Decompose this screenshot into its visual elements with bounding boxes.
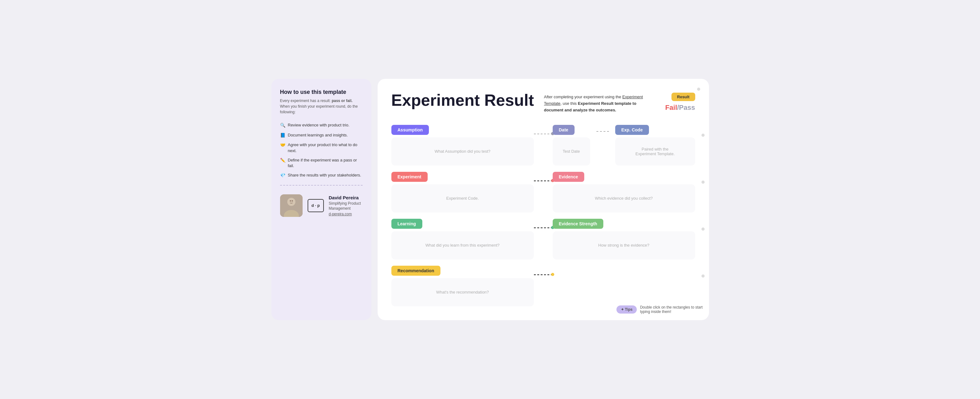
row-assumption: Assumption What Assumption did you test?… xyxy=(391,125,695,166)
how-to-subtitle: Every experiment has a result: pass or f… xyxy=(280,98,363,115)
main-container: How to use this template Every experimen… xyxy=(271,79,709,320)
experiment-placeholder: Experiment Code. xyxy=(397,191,528,206)
fail-pass-label: Fail/Pass xyxy=(665,104,695,112)
step-1-text: Review evidence with product trio. xyxy=(288,122,350,128)
author-role: Simplifying ProductManagement xyxy=(329,201,361,212)
step-4: ✏️ Define if the experiment was a pass o… xyxy=(280,157,363,169)
result-badge: Result xyxy=(671,93,695,101)
author-link[interactable]: d-pereira.com xyxy=(329,212,361,216)
connector-line-recommendation xyxy=(534,275,553,275)
how-to-card: How to use this template Every experimen… xyxy=(271,79,371,320)
evidence-content[interactable]: Which evidence did you collect? xyxy=(553,184,695,212)
fail-text: Fail xyxy=(665,104,677,112)
recommendation-right-col xyxy=(553,266,695,300)
tips-label: ✦ Tips xyxy=(616,305,637,314)
connector-learning xyxy=(534,219,553,228)
connector-line-experiment xyxy=(534,180,553,181)
assumption-label: Assumption xyxy=(391,125,429,135)
recommendation-col: Recommendation What's the recommendation… xyxy=(391,266,534,306)
expcode-placeholder: Paired with theExperiment Template. xyxy=(621,144,690,159)
step-1-icon: 🔍 xyxy=(280,122,285,129)
right-edge-dot-4 xyxy=(702,275,705,278)
learning-placeholder: What did you learn from this experiment? xyxy=(397,238,528,253)
experiment-col: Experiment Experiment Code. xyxy=(391,172,534,212)
author-section: d · p David Pereira Simplifying ProductM… xyxy=(280,192,363,218)
evidence-placeholder: Which evidence did you collect? xyxy=(558,191,690,206)
expcode-label: Exp. Code xyxy=(615,125,649,135)
connector-experiment xyxy=(534,172,553,181)
right-edge-dot-3 xyxy=(702,228,705,231)
date-expcode-connector xyxy=(597,125,609,132)
date-expcode-col: Date Test Date Exp. Code Paired with the… xyxy=(553,125,695,166)
recommendation-label: Recommendation xyxy=(391,266,441,276)
header-description: After completing your experiment using t… xyxy=(544,91,650,113)
header-section: Experiment Result After completing your … xyxy=(391,91,695,113)
row-experiment: Experiment Experiment Code. Evidence Whi… xyxy=(391,172,695,212)
how-to-steps: 🔍 Review evidence with product trio. 📘 D… xyxy=(280,122,363,179)
evidence-label: Evidence xyxy=(553,172,584,182)
expcode-content[interactable]: Paired with theExperiment Template. xyxy=(615,137,695,166)
avatar xyxy=(280,194,302,217)
date-content[interactable]: Test Date xyxy=(553,137,590,166)
author-info: David Pereira Simplifying ProductManagem… xyxy=(329,195,361,217)
pass-text: /Pass xyxy=(677,104,695,112)
step-5: 💎 Share the results with your stakeholde… xyxy=(280,172,363,179)
date-label: Date xyxy=(553,125,574,135)
date-connector-line xyxy=(597,131,609,132)
header-right: Result Fail/Pass xyxy=(665,91,695,112)
step-3-text: Agree with your product trio what to do … xyxy=(288,142,363,153)
right-panel: Experiment Result After completing your … xyxy=(378,79,709,320)
left-panel: How to use this template Every experimen… xyxy=(271,79,371,320)
connector-line-assumption xyxy=(534,134,553,134)
learning-col: Learning What did you learn from this ex… xyxy=(391,219,534,259)
right-edge-dot-2 xyxy=(702,180,705,184)
evidence-strength-content[interactable]: How strong is the evidence? xyxy=(553,231,695,259)
top-right-corner-dot xyxy=(697,88,700,91)
step-1: 🔍 Review evidence with product trio. xyxy=(280,122,363,129)
step-2-icon: 📘 xyxy=(280,132,285,139)
tips-section: ✦ Tips Double click on the rectangles to… xyxy=(616,305,703,314)
author-logo: d · p xyxy=(308,199,324,212)
step-4-text: Define if the experiment was a pass or f… xyxy=(288,157,363,169)
experiment-label: Experiment xyxy=(391,172,428,182)
svg-point-3 xyxy=(290,200,291,201)
row-recommendation: Recommendation What's the recommendation… xyxy=(391,266,695,306)
experiment-rows: Assumption What Assumption did you test?… xyxy=(391,125,695,306)
step-3: 🤝 Agree with your product trio what to d… xyxy=(280,142,363,153)
right-edge-dot-1 xyxy=(702,134,705,137)
evidence-strength-label: Evidence Strength xyxy=(553,219,604,229)
step-2: 📘 Document learnings and insights. xyxy=(280,132,363,139)
assumption-placeholder: What Assumption did you test? xyxy=(397,144,528,159)
learning-label: Learning xyxy=(391,219,422,229)
connector-recommendation xyxy=(534,266,553,275)
tips-text: Double click on the rectangles to startt… xyxy=(640,305,702,314)
main-title: Experiment Result xyxy=(391,91,534,109)
expcode-box: Exp. Code Paired with theExperiment Temp… xyxy=(615,125,695,166)
experiment-content[interactable]: Experiment Code. xyxy=(391,184,534,212)
how-to-title: How to use this template xyxy=(280,89,363,96)
connector-assumption xyxy=(534,125,553,134)
svg-point-4 xyxy=(292,200,293,201)
row-learning: Learning What did you learn from this ex… xyxy=(391,219,695,259)
step-4-icon: ✏️ xyxy=(280,157,285,164)
assumption-content[interactable]: What Assumption did you test? xyxy=(391,137,534,166)
svg-point-1 xyxy=(287,198,295,206)
divider xyxy=(280,185,363,185)
step-5-text: Share the results with your stakeholders… xyxy=(288,172,361,178)
evidence-strength-placeholder: How strong is the evidence? xyxy=(558,238,690,253)
assumption-col: Assumption What Assumption did you test? xyxy=(391,125,534,166)
author-name: David Pereira xyxy=(329,195,361,200)
date-placeholder: Test Date xyxy=(558,144,585,159)
recommendation-placeholder: What's the recommendation? xyxy=(397,284,528,300)
date-box: Date Test Date xyxy=(553,125,590,166)
recommendation-content[interactable]: What's the recommendation? xyxy=(391,278,534,306)
evidence-strength-col: Evidence Strength How strong is the evid… xyxy=(553,219,695,259)
connector-line-learning xyxy=(534,228,553,228)
recommendation-spacer xyxy=(553,266,695,275)
step-3-icon: 🤝 xyxy=(280,142,285,148)
learning-content[interactable]: What did you learn from this experiment? xyxy=(391,231,534,259)
step-5-icon: 💎 xyxy=(280,172,285,179)
step-2-text: Document learnings and insights. xyxy=(288,132,348,138)
evidence-col: Evidence Which evidence did you collect? xyxy=(553,172,695,212)
recommendation-right-content xyxy=(553,275,695,300)
